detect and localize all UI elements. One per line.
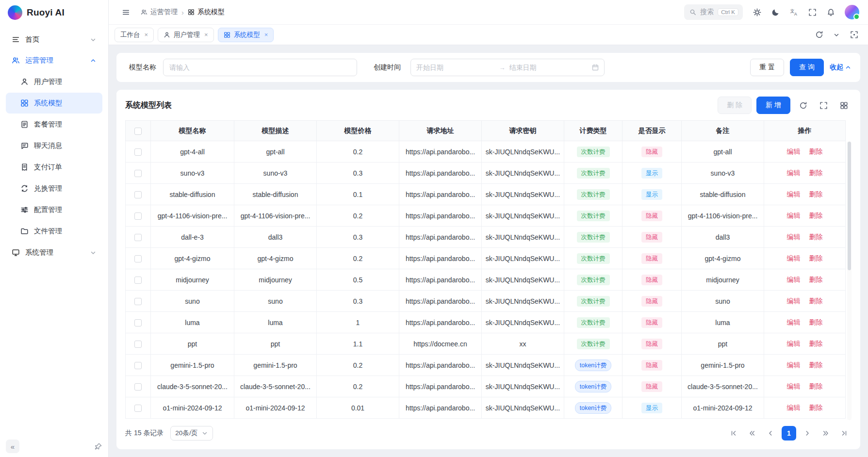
row-checkbox[interactable] bbox=[134, 405, 142, 412]
edit-link[interactable]: 编辑 bbox=[787, 318, 801, 326]
sidebar-collapse-button[interactable]: « bbox=[6, 440, 19, 453]
tab-close-icon[interactable]: × bbox=[264, 31, 268, 38]
dark-mode-button[interactable] bbox=[767, 4, 784, 20]
sidebar-item-user-management[interactable]: 用户管理 bbox=[6, 71, 102, 92]
delete-link[interactable]: 删除 bbox=[809, 382, 823, 390]
app-logo[interactable]: Ruoyi AI bbox=[0, 0, 108, 25]
row-checkbox[interactable] bbox=[134, 148, 142, 156]
sidebar-item-operations[interactable]: 运营管理 bbox=[6, 50, 102, 71]
sidebar-item-system-management[interactable]: 系统管理 bbox=[6, 242, 102, 263]
delete-link[interactable]: 删除 bbox=[809, 212, 823, 219]
edit-link[interactable]: 编辑 bbox=[787, 190, 801, 198]
sidebar-item-exchange-management[interactable]: 兑换管理 bbox=[6, 178, 102, 199]
row-checkbox[interactable] bbox=[134, 212, 142, 220]
row-checkbox[interactable] bbox=[134, 255, 142, 262]
row-checkbox[interactable] bbox=[134, 383, 142, 391]
sidebar-item-system-models[interactable]: 系统模型 bbox=[6, 93, 102, 114]
edit-link[interactable]: 编辑 bbox=[787, 361, 801, 369]
pager-controls: 1 bbox=[726, 426, 852, 441]
cell-remark: gemini-1.5-pro bbox=[682, 355, 764, 376]
start-date-input[interactable] bbox=[416, 64, 495, 71]
settings-button[interactable] bbox=[749, 4, 765, 20]
row-checkbox[interactable] bbox=[134, 362, 142, 369]
edit-link[interactable]: 编辑 bbox=[787, 169, 801, 177]
content-fullscreen-button[interactable] bbox=[846, 27, 862, 43]
edit-link[interactable]: 编辑 bbox=[787, 276, 801, 283]
menu-toggle-button[interactable] bbox=[117, 4, 134, 20]
reset-button[interactable]: 重 置 bbox=[750, 59, 784, 76]
language-button[interactable]: 文A bbox=[786, 4, 802, 20]
row-checkbox[interactable] bbox=[134, 277, 142, 284]
row-checkbox[interactable] bbox=[134, 298, 142, 305]
delete-link[interactable]: 删除 bbox=[809, 190, 823, 198]
edit-link[interactable]: 编辑 bbox=[787, 233, 801, 241]
table-refresh-button[interactable] bbox=[795, 98, 811, 113]
tab-workbench[interactable]: 工作台 × bbox=[115, 28, 154, 42]
prev-5-pages-button[interactable] bbox=[745, 426, 759, 441]
delete-button[interactable]: 删 除 bbox=[718, 97, 752, 114]
notifications-button[interactable] bbox=[822, 4, 839, 20]
delete-link[interactable]: 删除 bbox=[809, 340, 823, 347]
edit-link[interactable]: 编辑 bbox=[787, 382, 801, 390]
edit-link[interactable]: 编辑 bbox=[787, 340, 801, 347]
delete-link[interactable]: 删除 bbox=[809, 361, 823, 369]
row-checkbox[interactable] bbox=[134, 234, 142, 241]
delete-link[interactable]: 删除 bbox=[809, 318, 823, 326]
add-button[interactable]: 新 增 bbox=[756, 97, 790, 114]
edit-link[interactable]: 编辑 bbox=[787, 212, 801, 219]
last-page-button[interactable] bbox=[837, 426, 852, 441]
edit-link[interactable]: 编辑 bbox=[787, 297, 801, 305]
cell-billing-type: token计费 bbox=[564, 355, 622, 376]
scrollbar-thumb[interactable] bbox=[848, 142, 851, 270]
next-page-button[interactable] bbox=[800, 426, 815, 441]
column-header: 模型描述 bbox=[234, 121, 317, 141]
sidebar-item-home[interactable]: 首页 bbox=[6, 29, 102, 50]
date-range-picker[interactable]: → bbox=[410, 59, 605, 76]
sidebar-item-config-management[interactable]: 配置管理 bbox=[6, 199, 102, 220]
end-date-input[interactable] bbox=[509, 64, 589, 71]
column-settings-button[interactable] bbox=[836, 98, 852, 113]
next-5-pages-button[interactable] bbox=[819, 426, 833, 441]
delete-link[interactable]: 删除 bbox=[809, 147, 823, 155]
delete-link[interactable]: 删除 bbox=[809, 404, 823, 411]
row-checkbox[interactable] bbox=[134, 191, 142, 198]
sidebar-item-file-management[interactable]: 文件管理 bbox=[6, 221, 102, 242]
row-checkbox[interactable] bbox=[134, 319, 142, 326]
sidebar-item-payment-orders[interactable]: 支付订单 bbox=[6, 157, 102, 178]
row-checkbox[interactable] bbox=[134, 341, 142, 348]
model-name-input[interactable] bbox=[163, 59, 357, 76]
fullscreen-button[interactable] bbox=[804, 4, 820, 20]
tab-menu-button[interactable] bbox=[828, 27, 845, 43]
query-button[interactable]: 查 询 bbox=[790, 59, 824, 76]
delete-link[interactable]: 删除 bbox=[809, 169, 823, 177]
table-fullscreen-button[interactable] bbox=[816, 98, 831, 113]
tab-refresh-button[interactable] bbox=[811, 27, 827, 43]
delete-link[interactable]: 删除 bbox=[809, 233, 823, 241]
tab-close-icon[interactable]: × bbox=[145, 31, 148, 38]
cell-billing-type: 次数计费 bbox=[564, 141, 622, 163]
prev-page-button[interactable] bbox=[763, 426, 778, 441]
chevron-left-icon bbox=[767, 430, 774, 437]
first-page-button[interactable] bbox=[726, 426, 741, 441]
delete-link[interactable]: 删除 bbox=[809, 276, 823, 283]
tab-system-models[interactable]: 系统模型 × bbox=[218, 28, 274, 42]
pin-icon[interactable] bbox=[94, 442, 102, 451]
page-size-select[interactable]: 20条/页 bbox=[170, 426, 213, 441]
page-number-button[interactable]: 1 bbox=[782, 426, 796, 441]
tab-user-management[interactable]: 用户管理 × bbox=[158, 28, 214, 42]
breadcrumb-item-operations[interactable]: 运营管理 bbox=[141, 8, 178, 16]
delete-link[interactable]: 删除 bbox=[809, 297, 823, 305]
sidebar-item-package-management[interactable]: 套餐管理 bbox=[6, 114, 102, 135]
delete-link[interactable]: 删除 bbox=[809, 254, 823, 262]
avatar[interactable] bbox=[845, 5, 859, 19]
collapse-filter-link[interactable]: 收起 bbox=[830, 63, 852, 72]
edit-link[interactable]: 编辑 bbox=[787, 147, 801, 155]
row-checkbox[interactable] bbox=[134, 170, 142, 177]
search-input[interactable]: 搜索 Ctrl K bbox=[684, 4, 743, 20]
table-scrollbar[interactable] bbox=[847, 141, 852, 420]
sidebar-item-chat-messages[interactable]: 聊天消息 bbox=[6, 135, 102, 156]
edit-link[interactable]: 编辑 bbox=[787, 254, 801, 262]
edit-link[interactable]: 编辑 bbox=[787, 404, 801, 411]
select-all-checkbox[interactable] bbox=[134, 128, 142, 135]
tab-close-icon[interactable]: × bbox=[204, 31, 208, 38]
